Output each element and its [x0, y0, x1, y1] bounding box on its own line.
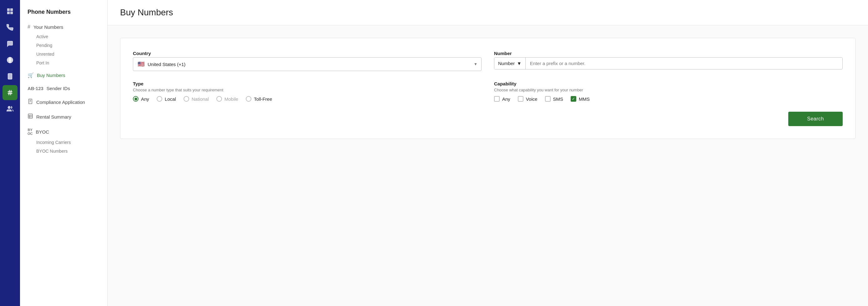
capability-voice-checkbox[interactable]: [518, 96, 523, 102]
type-local-option[interactable]: Local: [157, 96, 176, 102]
compliance-icon: [28, 98, 33, 106]
your-numbers-icon: #: [28, 24, 30, 30]
number-label: Number: [494, 51, 843, 56]
capability-sms-label: SMS: [553, 96, 563, 102]
sidebar-item-port-in[interactable]: Port In: [36, 59, 107, 67]
capability-any-checkbox[interactable]: [494, 96, 500, 102]
capability-group: Capability Choose what capability you wa…: [494, 81, 843, 102]
type-local-label: Local: [165, 96, 176, 102]
type-national-label: National: [192, 96, 209, 102]
capability-any-option[interactable]: Any: [494, 96, 510, 102]
sidebar-section-byoc: BYOC BYOC Incoming Carriers BYOC Numbers: [20, 125, 107, 155]
sidebar-section-sender-ids: AB·123 Sender IDs: [20, 83, 107, 94]
type-toll-free-option[interactable]: Toll-Free: [246, 96, 272, 102]
icon-bar: [0, 0, 20, 306]
number-input-group: Number Prefix ▼: [494, 57, 843, 69]
sidebar: Phone Numbers # Your Numbers Active Pend…: [20, 0, 107, 306]
byoc-sub-items: Incoming Carriers BYOC Numbers: [20, 138, 107, 155]
content-area: Country 🇺🇸 United States (+1) ▼ Number: [107, 25, 868, 151]
grid-icon[interactable]: [2, 4, 18, 19]
country-select[interactable]: United States (+1): [148, 62, 477, 67]
type-mobile-label: Mobile: [224, 96, 238, 102]
phone-icon[interactable]: [2, 20, 18, 35]
svg-rect-6: [8, 73, 12, 79]
number-type-select[interactable]: Number Prefix: [498, 61, 515, 66]
svg-line-10: [9, 90, 9, 95]
sidebar-item-sender-ids[interactable]: AB·123 Sender IDs: [20, 83, 107, 94]
svg-rect-1: [11, 9, 12, 11]
sender-ids-icon: AB·123: [28, 86, 43, 91]
capability-sms-option[interactable]: SMS: [545, 96, 563, 102]
form-panel: Country 🇺🇸 United States (+1) ▼ Number: [120, 38, 856, 139]
sidebar-item-incoming-carriers[interactable]: Incoming Carriers: [36, 138, 107, 147]
sidebar-item-your-numbers[interactable]: # Your Numbers: [20, 22, 107, 32]
byoc-icon: BYOC: [28, 128, 33, 135]
capability-mms-option[interactable]: ✓ MMS: [571, 96, 590, 102]
number-type-select-wrapper[interactable]: Number Prefix ▼: [494, 58, 526, 69]
svg-rect-17: [28, 114, 33, 118]
sidebar-item-byoc[interactable]: BYOC BYOC: [20, 125, 107, 138]
sidebar-item-pending[interactable]: Pending: [36, 41, 107, 50]
form-row-country-number: Country 🇺🇸 United States (+1) ▼ Number: [133, 51, 843, 71]
sidebar-section-buy-numbers: 🛒 Buy Numbers: [20, 70, 107, 81]
type-mobile-radio[interactable]: [216, 96, 222, 102]
search-button[interactable]: Search: [788, 112, 843, 126]
sidebar-section-compliance: Compliance Application: [20, 96, 107, 108]
page-header: Buy Numbers: [107, 0, 868, 25]
number-input[interactable]: [526, 58, 842, 69]
type-national-radio[interactable]: [184, 96, 189, 102]
your-numbers-sub-items: Active Pending Unrented Port In: [20, 32, 107, 67]
main-content: Buy Numbers Country 🇺🇸 United States (+1…: [107, 0, 868, 306]
sidebar-section-rental-summary: Rental Summary: [20, 111, 107, 123]
svg-rect-3: [11, 12, 12, 14]
globe-icon[interactable]: [2, 53, 18, 68]
type-mobile-option[interactable]: Mobile: [216, 96, 238, 102]
type-radio-group: Any Local National: [133, 96, 482, 102]
rental-summary-icon: [28, 113, 33, 120]
search-button-row: Search: [133, 112, 843, 126]
type-toll-free-radio[interactable]: [246, 96, 251, 102]
capability-voice-label: Voice: [526, 96, 537, 102]
type-any-label: Any: [141, 96, 149, 102]
type-label: Type: [133, 81, 482, 86]
sidebar-item-byoc-numbers[interactable]: BYOC Numbers: [36, 147, 107, 155]
hash-nav-icon[interactable]: [2, 85, 18, 100]
svg-line-11: [11, 90, 11, 95]
capability-sublabel: Choose what capability you want for your…: [494, 88, 843, 92]
sidebar-item-buy-numbers[interactable]: 🛒 Buy Numbers: [20, 70, 107, 81]
sidebar-item-compliance[interactable]: Compliance Application: [20, 96, 107, 108]
country-group: Country 🇺🇸 United States (+1) ▼: [133, 51, 482, 71]
capability-mms-label: MMS: [579, 96, 590, 102]
type-national-option[interactable]: National: [184, 96, 209, 102]
type-any-radio[interactable]: [133, 96, 138, 102]
sidebar-title: Phone Numbers: [20, 6, 107, 22]
capability-sms-checkbox[interactable]: [545, 96, 551, 102]
type-sublabel: Choose a number type that suits your req…: [133, 88, 482, 92]
country-label: Country: [133, 51, 482, 56]
svg-rect-2: [7, 12, 9, 14]
country-select-wrapper[interactable]: 🇺🇸 United States (+1) ▼: [133, 57, 482, 71]
number-type-chevron-icon: ▼: [517, 61, 522, 66]
form-row-type-capability: Type Choose a number type that suits you…: [133, 81, 843, 102]
capability-label: Capability: [494, 81, 843, 86]
sidebar-item-unrented[interactable]: Unrented: [36, 50, 107, 59]
svg-point-12: [8, 106, 10, 109]
sidebar-item-rental-summary[interactable]: Rental Summary: [20, 111, 107, 123]
buy-numbers-icon: 🛒: [28, 72, 34, 78]
svg-rect-0: [7, 9, 9, 11]
voip-icon[interactable]: [2, 69, 18, 84]
contacts-icon[interactable]: [2, 101, 18, 116]
sidebar-section-your-numbers: # Your Numbers Active Pending Unrented P…: [20, 22, 107, 67]
type-any-option[interactable]: Any: [133, 96, 149, 102]
page-title: Buy Numbers: [120, 7, 856, 18]
chat-icon[interactable]: [2, 36, 18, 51]
type-group: Type Choose a number type that suits you…: [133, 81, 482, 102]
capability-any-label: Any: [502, 96, 510, 102]
capability-voice-option[interactable]: Voice: [518, 96, 537, 102]
country-chevron-icon: ▼: [474, 62, 477, 66]
type-local-radio[interactable]: [157, 96, 162, 102]
capability-mms-checkbox[interactable]: ✓: [571, 96, 576, 102]
sidebar-item-active[interactable]: Active: [36, 32, 107, 41]
us-flag: 🇺🇸: [137, 61, 145, 68]
number-group: Number Number Prefix ▼: [494, 51, 843, 71]
